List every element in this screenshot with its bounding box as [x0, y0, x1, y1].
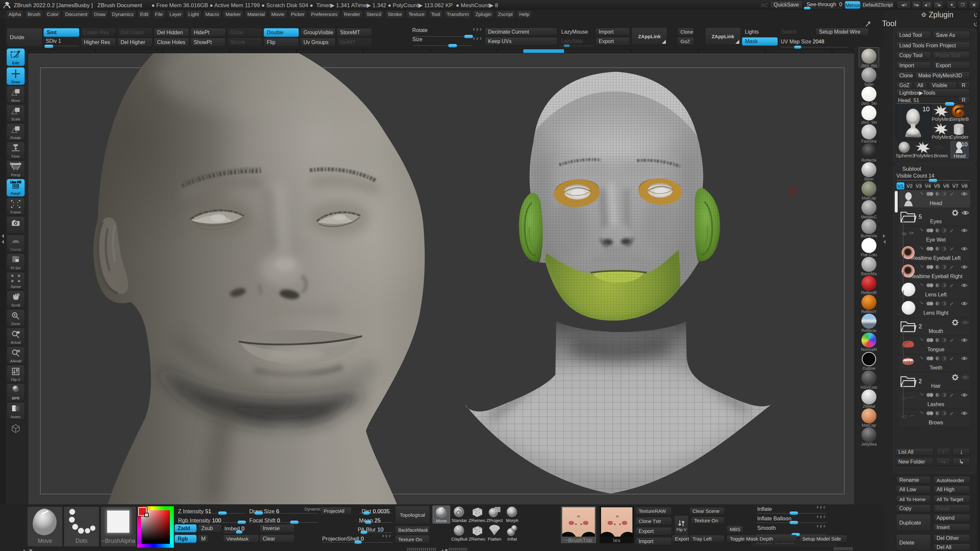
svg-text:Line Fill: Line Fill — [10, 181, 21, 184]
svg-text:R: R — [16, 127, 19, 130]
svg-text:xyz: xyz — [14, 144, 18, 146]
svg-text:Dynamic: Dynamic — [10, 162, 21, 165]
svg-text:M: M — [16, 89, 19, 93]
svg-text:S: S — [16, 108, 19, 112]
